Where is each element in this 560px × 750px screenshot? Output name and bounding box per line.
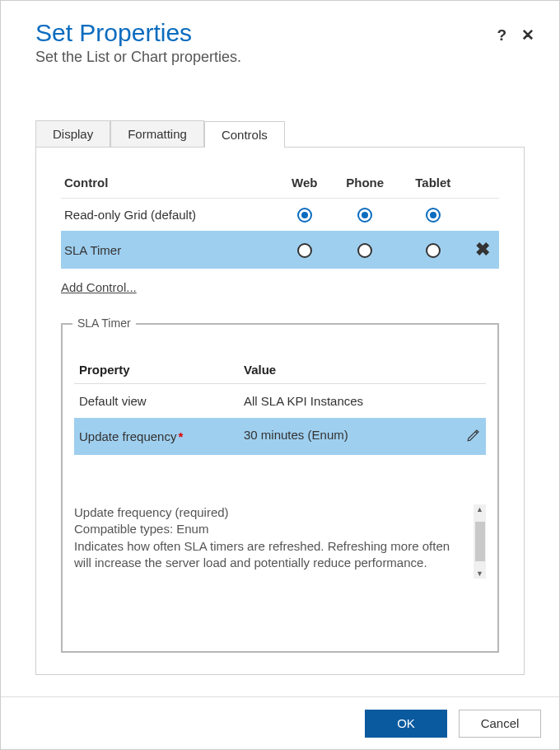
property-value: 30 minutes (Enum) — [239, 418, 486, 455]
property-row-default-view[interactable]: Default view All SLA KPI Instances — [74, 384, 486, 419]
add-control-link[interactable]: Add Control... — [61, 280, 137, 294]
property-value: All SLA KPI Instances — [239, 384, 486, 419]
col-property: Property — [74, 356, 239, 384]
desc-line2: Compatible types: Enum — [74, 521, 465, 537]
property-row-update-frequency[interactable]: Update frequency* 30 minutes (Enum) — [74, 418, 486, 455]
col-control: Control — [61, 171, 279, 199]
controls-row-read-only-grid: Read-only Grid (default) — [61, 199, 499, 232]
cancel-button[interactable]: Cancel — [459, 710, 541, 738]
property-name: Default view — [74, 384, 239, 419]
property-group: SLA Timer Property Value Default view Al… — [61, 323, 499, 653]
radio-web-row0[interactable] — [297, 208, 312, 223]
tab-strip: Display Formatting Controls — [35, 120, 525, 148]
properties-table: Property Value Default view All SLA KPI … — [74, 356, 486, 455]
radio-tablet-row0[interactable] — [426, 208, 441, 223]
tab-controls[interactable]: Controls — [204, 121, 285, 148]
controls-table: Control Web Phone Tablet Read-only Grid … — [61, 171, 499, 269]
controls-row-sla-timer[interactable]: SLA Timer ✖ — [61, 231, 499, 269]
scroll-down-icon[interactable]: ▼ — [476, 569, 483, 579]
col-web: Web — [279, 171, 330, 199]
set-properties-dialog: Set Properties Set the List or Chart pro… — [0, 0, 560, 750]
required-star-icon: * — [178, 429, 183, 443]
col-phone: Phone — [330, 171, 400, 199]
description-scrollbar[interactable]: ▲ ▼ — [474, 504, 486, 579]
control-name: Read-only Grid (default) — [61, 199, 279, 232]
close-icon[interactable]: ✕ — [521, 26, 534, 45]
edit-pencil-icon[interactable] — [466, 428, 481, 445]
radio-phone-row0[interactable] — [357, 208, 372, 223]
radio-web-row1[interactable] — [297, 243, 312, 258]
tab-formatting[interactable]: Formatting — [110, 120, 204, 147]
tab-panel-controls: Control Web Phone Tablet Read-only Grid … — [35, 148, 525, 675]
delete-control-icon[interactable]: ✖ — [475, 239, 490, 260]
radio-tablet-row1[interactable] — [426, 243, 441, 258]
tab-display[interactable]: Display — [35, 120, 110, 147]
dialog-subtitle: Set the List or Chart properties. — [35, 49, 525, 66]
control-name: SLA Timer — [61, 231, 279, 269]
property-name: Update frequency* — [74, 418, 239, 455]
dialog-footer: OK Cancel — [1, 696, 559, 749]
dialog-title: Set Properties — [35, 19, 525, 47]
desc-line1: Update frequency (required) — [74, 504, 465, 521]
col-value: Value — [239, 356, 486, 384]
desc-line3: Indicates how often SLA timers are refre… — [74, 538, 465, 572]
property-description: Update frequency (required) Compatible t… — [74, 504, 486, 579]
scroll-up-icon[interactable]: ▲ — [476, 504, 483, 514]
dialog-header: Set Properties Set the List or Chart pro… — [1, 1, 559, 71]
scroll-thumb[interactable] — [475, 522, 485, 561]
radio-phone-row1[interactable] — [357, 243, 372, 258]
property-group-legend: SLA Timer — [72, 316, 136, 330]
ok-button[interactable]: OK — [365, 710, 447, 738]
col-tablet: Tablet — [400, 171, 466, 199]
help-icon[interactable]: ? — [497, 26, 506, 45]
